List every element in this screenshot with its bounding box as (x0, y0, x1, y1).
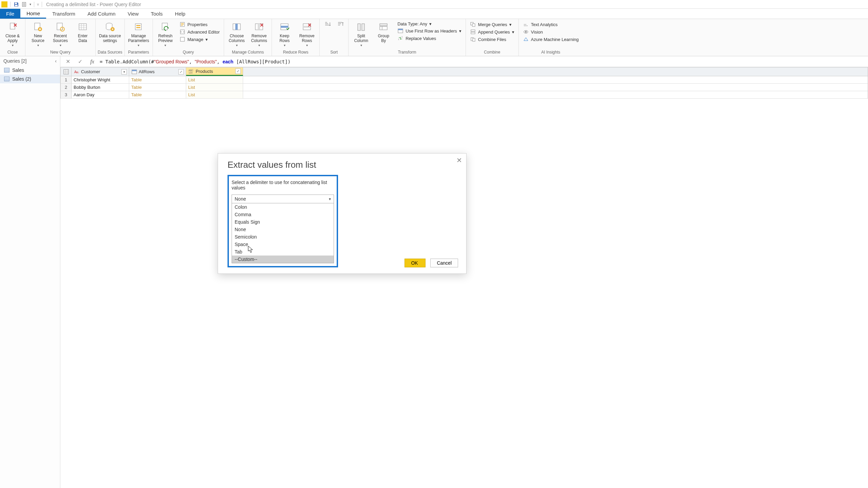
ok-button[interactable]: OK (405, 259, 426, 267)
refresh-preview-button[interactable]: Refresh Preview▾ (155, 20, 176, 48)
svg-rect-20 (235, 24, 238, 30)
cancel-formula-button[interactable]: ✕ (63, 58, 73, 66)
delimiter-option[interactable]: None (232, 226, 334, 233)
tab-file[interactable]: File (0, 9, 20, 19)
data-type-button[interactable]: Data Type: Any ▾ (395, 21, 463, 27)
remove-rows-button[interactable]: Remove Rows▾ (296, 20, 317, 48)
merge-queries-button[interactable]: Merge Queries ▾ (468, 21, 516, 28)
filter-dropdown-icon[interactable]: ▾ (121, 69, 127, 75)
table-icon (4, 77, 9, 81)
table-options-button[interactable] (61, 67, 72, 76)
tab-view[interactable]: View (122, 9, 145, 19)
sort-asc-button[interactable] (322, 20, 333, 29)
refresh-icon (159, 21, 172, 33)
text-analytics-button[interactable]: Text Analytics (521, 21, 581, 28)
save-icon[interactable] (13, 1, 19, 7)
data-source-settings-icon (104, 21, 116, 33)
vision-icon (523, 29, 529, 35)
close-apply-button[interactable]: Close & Apply▾ (2, 20, 23, 48)
choose-columns-button[interactable]: Choose Columns▾ (226, 20, 247, 48)
recent-sources-button[interactable]: Recent Sources▾ (50, 20, 71, 48)
keep-rows-button[interactable]: Keep Rows▾ (274, 20, 295, 48)
svg-rect-37 (471, 30, 475, 32)
svg-point-11 (112, 28, 113, 30)
data-source-settings-button[interactable]: Data source settings (98, 20, 122, 44)
column-header-products[interactable]: ABC123 Products ⤢ (186, 67, 243, 76)
svg-rect-18 (180, 37, 184, 41)
formula-bar: ✕ ✓ fx = Table.AddColumn(#"Grouped Rows"… (60, 56, 868, 67)
new-source-button[interactable]: New Source▾ (27, 20, 48, 48)
fx-icon[interactable]: fx (87, 58, 97, 66)
combine-files-button[interactable]: Combine Files (468, 36, 516, 43)
advanced-editor-button[interactable]: Advanced Editor (177, 28, 222, 35)
close-icon[interactable]: ✕ (456, 156, 462, 164)
split-column-button[interactable]: Split Column▾ (351, 20, 372, 48)
remove-columns-button[interactable]: Remove Columns▾ (249, 20, 270, 48)
svg-rect-30 (380, 26, 387, 30)
replace-values-button[interactable]: 12Replace Values (395, 35, 463, 42)
replace-values-icon: 12 (397, 35, 403, 41)
manage-button[interactable]: Manage ▾ (177, 36, 222, 43)
cancel-button[interactable]: Cancel (430, 259, 458, 267)
delimiter-option[interactable]: Space (232, 241, 334, 248)
group-by-button[interactable]: Group By (373, 20, 394, 44)
window-title: Creating a delimited list - Power Query … (46, 2, 141, 7)
column-header-allrows[interactable]: AllRows ⤢ (129, 67, 186, 76)
text-analytics-icon (523, 21, 529, 27)
tab-help[interactable]: Help (169, 9, 192, 19)
tab-transform[interactable]: Transform (46, 9, 81, 19)
extract-values-dialog: ✕ Extract values from list Select a deli… (218, 153, 467, 274)
delimiter-option[interactable]: Equals Sign (232, 218, 334, 226)
expand-dropdown-icon[interactable]: ⤢ (235, 68, 241, 74)
collapse-chevron-icon[interactable]: ‹ (55, 58, 57, 64)
table-row[interactable]: 3 Aaron Day Table List (60, 91, 868, 99)
svg-rect-36 (472, 24, 475, 26)
formula-text[interactable]: = Table.AddColumn(#"Grouped Rows", "Prod… (100, 59, 291, 64)
recent-sources-icon (54, 21, 66, 33)
svg-rect-29 (380, 24, 387, 26)
append-queries-button[interactable]: Append Queries ▾ (468, 28, 516, 35)
table-row[interactable]: 2 Bobby Burton Table List (60, 84, 868, 91)
manage-parameters-button[interactable]: Manage Parameters▾ (127, 20, 151, 48)
enter-data-button[interactable]: Enter Data (72, 20, 93, 44)
table-type-icon (131, 69, 137, 75)
advanced-editor-icon (179, 29, 185, 35)
delimiter-select[interactable]: None ▼ (232, 195, 334, 203)
delimiter-option[interactable]: Comma (232, 211, 334, 218)
queries-header[interactable]: Queries [2] ‹ (0, 56, 60, 66)
svg-text:C: C (78, 72, 79, 74)
manage-icon (179, 36, 185, 42)
tab-add-column[interactable]: Add Column (81, 9, 122, 19)
delimiter-option[interactable]: Colon (232, 203, 334, 211)
vision-button[interactable]: Vision (521, 28, 581, 35)
expand-dropdown-icon[interactable]: ⤢ (178, 69, 184, 75)
enter-data-icon (77, 21, 89, 33)
sort-desc-button[interactable] (335, 20, 346, 29)
first-row-headers-button[interactable]: Use First Row as Headers ▾ (395, 27, 463, 34)
manage-parameters-icon (133, 21, 145, 33)
close-apply-icon (6, 21, 19, 33)
properties-button[interactable]: Properties (177, 21, 222, 28)
svg-text:123: 123 (189, 72, 193, 74)
dialog-prompt: Select a delimiter to use for concatenat… (232, 180, 334, 190)
commit-formula-button[interactable]: ✓ (75, 58, 85, 66)
svg-rect-14 (136, 27, 140, 28)
merge-queries-icon (470, 21, 476, 27)
delimiter-option[interactable]: Semicolon (232, 233, 334, 241)
delimiter-options: Colon Comma Equals Sign None Semicolon S… (232, 203, 334, 263)
tab-home[interactable]: Home (20, 9, 46, 19)
query-item-sales[interactable]: Sales (0, 66, 60, 75)
delimiter-option[interactable]: Tab (232, 248, 334, 256)
svg-rect-13 (136, 25, 140, 26)
split-column-icon (355, 21, 367, 33)
table-row[interactable]: 1 Christopher Wright Table List (60, 76, 868, 84)
azure-ml-button[interactable]: Azure Machine Learning (521, 36, 581, 43)
tab-tools[interactable]: Tools (145, 9, 169, 19)
undo-dropdown-icon[interactable] (21, 1, 27, 7)
dropdown-caret-icon: ▼ (328, 197, 332, 201)
delimiter-option-custom[interactable]: --Custom-- (232, 256, 334, 263)
svg-rect-22 (258, 24, 260, 30)
query-item-sales2[interactable]: Sales (2) (0, 75, 60, 83)
svg-text:ABC: ABC (189, 69, 193, 72)
column-header-customer[interactable]: ABC Customer ▾ (72, 67, 129, 76)
